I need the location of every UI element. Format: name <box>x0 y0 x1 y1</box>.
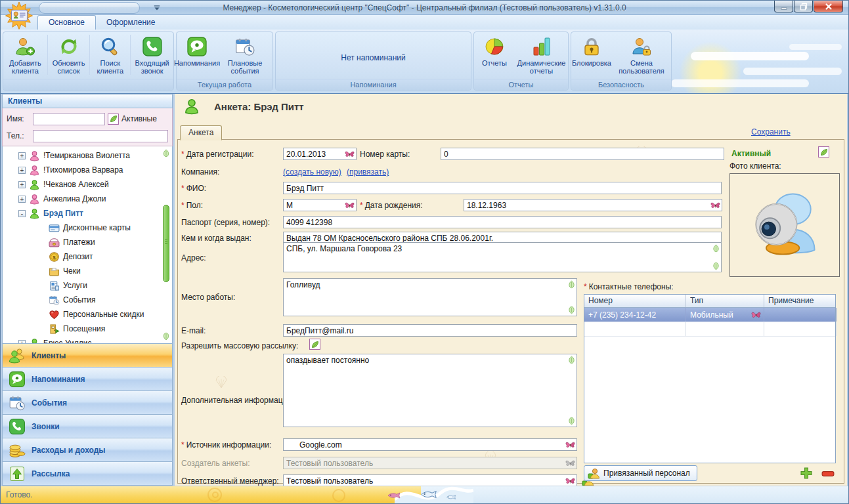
name-filter-input[interactable] <box>33 113 105 125</box>
ribbon-button[interactable]: Поиск клиента <box>90 35 131 75</box>
scroll-up-icon[interactable] <box>712 244 720 253</box>
tree-item[interactable]: Платежи <box>4 235 172 249</box>
tree-item[interactable]: + Анжелина Джоли <box>4 192 172 206</box>
tree-item[interactable]: + !Темирканова Виолетта <box>4 148 172 163</box>
scroll-up-icon[interactable] <box>568 280 575 289</box>
mass-mailing-checkbox[interactable] <box>309 339 320 350</box>
info-source-input[interactable] <box>283 438 577 451</box>
butterfly-icon[interactable] <box>710 201 720 209</box>
butterfly-icon[interactable] <box>345 201 355 209</box>
restore-button[interactable] <box>794 1 813 12</box>
ribbon-button[interactable]: Смена пользователя <box>612 35 671 75</box>
ribbon-group-caption <box>3 79 173 90</box>
ribbon-button[interactable]: Плановые события <box>217 35 272 75</box>
ribbon-button[interactable]: Обновить список <box>48 35 90 75</box>
birth-date-label: *Дата рождения: <box>360 201 423 210</box>
sidebar-nav-item[interactable]: События <box>2 391 173 415</box>
column-header-type[interactable]: Тип <box>686 295 764 307</box>
tree-item[interactable]: - Брэд Питт <box>4 206 172 220</box>
birth-date-input[interactable] <box>464 199 722 211</box>
tree-item[interactable]: Услуги <box>4 278 172 293</box>
ribbon-button[interactable]: Отчеты <box>474 35 515 67</box>
tree-item[interactable]: Чеки <box>4 264 172 278</box>
attach-company-link[interactable]: (привязать) <box>347 167 389 177</box>
scrollbar-track[interactable] <box>163 159 169 331</box>
scroll-down-icon[interactable] <box>568 306 575 314</box>
passport-input[interactable] <box>283 216 722 228</box>
sidebar-nav-item[interactable]: Клиенты <box>2 344 173 368</box>
scroll-down-icon[interactable] <box>568 417 575 425</box>
email-input[interactable] <box>283 324 577 337</box>
ribbon-button[interactable]: Блокировка <box>571 35 612 67</box>
client-photo-box[interactable] <box>729 173 840 277</box>
fio-label: *ФИО: <box>181 184 206 193</box>
qat-icon[interactable] <box>98 3 107 12</box>
workplace-textarea[interactable]: Голливуд <box>283 278 577 316</box>
phone-row[interactable] <box>584 322 835 337</box>
tree-item[interactable]: + !Тихомирова Варвара <box>4 163 172 177</box>
butterfly-icon[interactable] <box>565 476 575 485</box>
additional-info-textarea[interactable]: опаздывает постоянно <box>283 354 577 427</box>
tab-oformlenie[interactable]: Оформление <box>96 16 165 30</box>
sidebar-nav-item[interactable]: Расходы и доходы <box>2 438 173 462</box>
tab-anketa[interactable]: Анкета <box>180 125 222 140</box>
scroll-up-icon[interactable] <box>162 149 170 158</box>
sidebar-nav-item[interactable]: Звонки <box>2 415 173 438</box>
column-header-number[interactable]: Номер <box>584 295 686 307</box>
linked-staff-button[interactable]: Привязанный персонал <box>584 465 697 481</box>
card-number-input[interactable] <box>441 148 724 160</box>
minimize-button[interactable] <box>774 1 793 12</box>
scroll-down-icon[interactable] <box>162 332 170 341</box>
scroll-down-icon[interactable] <box>712 262 720 270</box>
active-filter-checkbox[interactable] <box>108 114 119 125</box>
manager-input[interactable] <box>283 474 577 486</box>
sidebar-nav-item[interactable]: Напоминания <box>2 368 173 391</box>
tree-item[interactable]: $ Депозит <box>4 249 172 264</box>
fio-input[interactable] <box>283 182 722 194</box>
tree-item[interactable]: + Брюс Уиллис <box>4 336 172 344</box>
tree-item[interactable]: Посещения <box>4 322 172 336</box>
tree-item[interactable]: События <box>4 293 172 307</box>
qat-icon[interactable] <box>58 3 68 12</box>
tree-expander[interactable]: - <box>18 210 26 217</box>
ribbon-button[interactable]: Входящий звонок <box>131 35 173 75</box>
tree-item[interactable]: Персональные скидки <box>4 307 172 322</box>
active-status-checkbox[interactable] <box>818 146 829 158</box>
tab-osnovnoe[interactable]: Основное <box>37 15 96 30</box>
scroll-up-icon[interactable] <box>568 356 575 364</box>
chevron-down-icon[interactable] <box>153 4 161 12</box>
nav-item-label: Рассылка <box>32 469 70 478</box>
phone-row[interactable]: +7 (235) 234-12-42 Мобильный <box>584 308 835 322</box>
add-phone-button[interactable] <box>800 467 813 480</box>
ribbon-button[interactable]: Добавить клиента <box>3 35 48 75</box>
butterfly-icon[interactable] <box>345 150 355 158</box>
ribbon-button[interactable]: Динамические отчеты <box>515 35 568 75</box>
ribbon-button[interactable]: Напоминания <box>177 35 217 67</box>
qat-icon[interactable] <box>72 3 81 12</box>
app-logo-icon[interactable] <box>5 1 33 30</box>
tree-item[interactable]: Дисконтные карты <box>4 220 172 235</box>
qat-icon[interactable] <box>45 3 54 12</box>
remove-phone-button[interactable] <box>821 471 835 477</box>
qat-icon[interactable] <box>124 3 133 12</box>
column-header-note[interactable]: Примечание <box>764 295 837 307</box>
butterfly-icon[interactable] <box>565 440 575 449</box>
save-link[interactable]: Сохранить <box>751 127 791 136</box>
person-pink-icon <box>29 165 40 176</box>
close-button[interactable] <box>814 1 843 12</box>
tree-expander[interactable]: + <box>18 181 26 188</box>
tree-expander[interactable]: + <box>18 152 26 159</box>
sidebar-nav-item[interactable]: Рассылка <box>2 462 173 486</box>
butterfly-icon[interactable] <box>751 310 761 319</box>
scrollbar-thumb[interactable] <box>163 205 169 282</box>
tree-expander[interactable]: + <box>18 167 26 174</box>
address-textarea[interactable]: СПБ, ул. Маршала Говорова 23 <box>283 242 722 272</box>
tree-scrollbar[interactable] <box>162 149 171 341</box>
qat-icon[interactable] <box>85 3 94 12</box>
tree-item[interactable]: + !Чеканов Алексей <box>4 177 172 192</box>
qat-icon[interactable] <box>111 3 120 12</box>
phone-filter-input[interactable] <box>33 130 168 142</box>
tree-expander[interactable]: + <box>18 340 26 345</box>
tree-expander[interactable]: + <box>18 196 26 203</box>
create-company-link[interactable]: (создать новую) <box>283 167 341 177</box>
